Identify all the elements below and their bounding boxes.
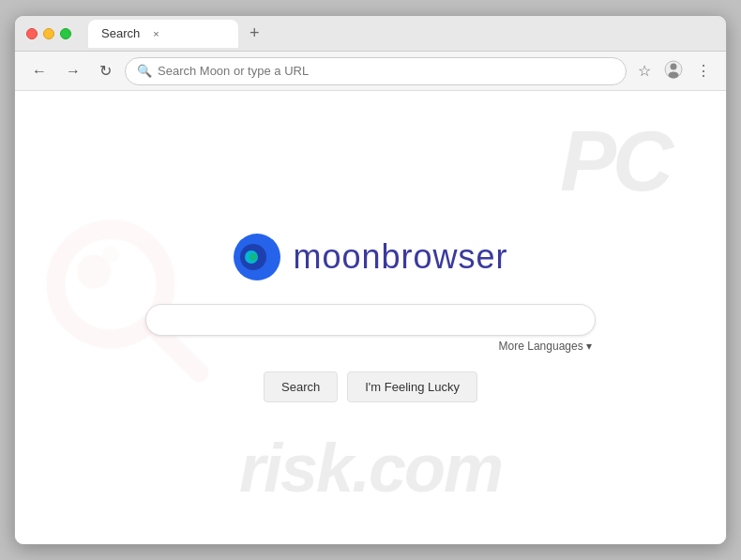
browser-window: Search × + ← → ↻ 🔍 ☆ ⋮ [14,15,727,545]
svg-point-10 [250,253,257,261]
refresh-button[interactable]: ↻ [94,58,117,83]
tab-title: Search [101,26,140,40]
tab-area: Search × + [88,20,715,48]
nav-icons: ☆ ⋮ [634,56,715,86]
active-tab[interactable]: Search × [88,20,238,48]
page-content: PC risk.com moonbrowser [15,91,726,544]
profile-icon[interactable] [660,56,687,86]
main-search-content: moonbrowser More Languages ▾ Search I'm … [145,233,596,402]
watermark-top-text: PC [560,119,670,204]
svg-point-1 [671,63,677,69]
main-search-input[interactable] [145,304,596,336]
bookmark-icon[interactable]: ☆ [634,58,655,83]
new-tab-button[interactable]: + [244,22,265,45]
nav-bar: ← → ↻ 🔍 ☆ ⋮ [15,52,726,91]
watermark-bottom-text: risk.com [239,430,502,507]
minimize-button[interactable] [43,28,54,39]
tab-close-icon[interactable]: × [153,28,159,39]
moonbrowser-logo-icon [233,233,281,281]
title-bar: Search × + [15,16,726,52]
logo-text: moonbrowser [293,237,507,277]
address-input[interactable] [158,64,614,78]
close-button[interactable] [26,28,38,39]
search-icon: 🔍 [137,64,152,78]
search-button[interactable]: Search [264,371,338,402]
address-bar-container[interactable]: 🔍 [125,57,627,85]
svg-point-2 [669,71,679,78]
search-bar-container: More Languages ▾ [145,304,596,353]
logo-area: moonbrowser [233,233,507,281]
search-buttons-row: Search I'm Feeling Lucky [264,371,477,402]
menu-icon[interactable]: ⋮ [692,58,715,83]
back-button[interactable]: ← [26,59,53,83]
window-controls [26,28,71,39]
lucky-button[interactable]: I'm Feeling Lucky [347,371,477,402]
svg-point-6 [102,246,119,263]
svg-point-5 [77,254,111,288]
maximize-button[interactable] [60,28,71,39]
more-languages-label[interactable]: More Languages ▾ [499,340,592,353]
forward-button[interactable]: → [60,59,86,83]
